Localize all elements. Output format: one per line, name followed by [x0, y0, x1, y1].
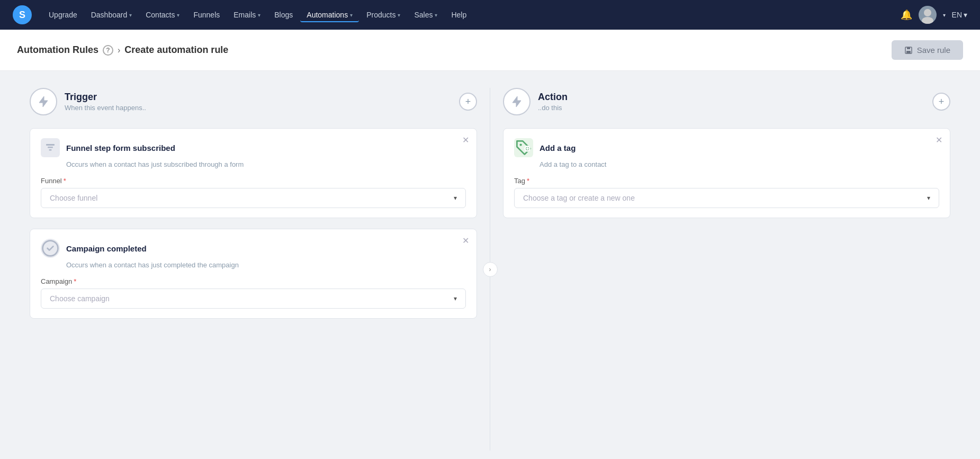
campaign-card-close-button[interactable]: ✕: [462, 236, 469, 246]
tag-icon: [514, 138, 533, 157]
main-content: Trigger When this event happens.. + ✕ Fu…: [0, 71, 980, 459]
action-lightning-icon: [510, 95, 523, 108]
lightning-icon: [37, 95, 50, 108]
action-subtitle: ..do this: [538, 104, 568, 112]
nav-item-funnels[interactable]: Funnels: [187, 7, 226, 22]
save-rule-button[interactable]: Save rule: [892, 40, 963, 60]
chevron-icon: ▾: [350, 12, 353, 18]
user-dropdown-icon[interactable]: ▾: [943, 12, 946, 18]
tag-field-group: Tag* Choose a tag or create a new one ▾: [514, 177, 939, 208]
help-icon[interactable]: ?: [103, 45, 113, 56]
choose-tag-placeholder: Choose a tag or create a new one: [523, 194, 635, 202]
campaign-field-group: Campaign* Choose campaign ▾: [41, 277, 466, 309]
nav-item-automations[interactable]: Automations ▾: [300, 7, 359, 22]
required-indicator: *: [527, 177, 529, 185]
svg-rect-8: [49, 149, 52, 151]
campaign-field-label: Campaign*: [41, 277, 466, 285]
funnel-card-title: Funnel step form subscribed: [66, 143, 175, 152]
action-title-group: Action ..do this: [503, 88, 568, 115]
page-header: Automation Rules ? › Create automation r…: [0, 30, 980, 71]
chevron-down-icon: ▾: [454, 194, 457, 202]
funnel-icon: [45, 142, 56, 153]
funnel-field-label: Funnel*: [41, 177, 466, 185]
svg-rect-6: [46, 144, 55, 146]
tag-field-label: Tag*: [514, 177, 939, 185]
nav-item-emails[interactable]: Emails ▾: [227, 7, 267, 22]
svg-rect-3: [907, 47, 910, 49]
add-tag-card-desc: Add a tag to a contact: [540, 160, 939, 168]
action-title: Action: [538, 92, 568, 103]
campaign-card-icon: [41, 239, 60, 258]
trigger-panel: Trigger When this event happens.. + ✕ Fu…: [17, 88, 490, 451]
nav-links: Upgrade Dashboard ▾ Contacts ▾ Funnels E…: [42, 7, 898, 22]
choose-campaign-placeholder: Choose campaign: [50, 294, 110, 303]
breadcrumb: Automation Rules ? › Create automation r…: [17, 44, 228, 56]
avatar[interactable]: [919, 6, 937, 24]
campaign-card-title: Campaign completed: [66, 244, 147, 253]
bell-icon[interactable]: 🔔: [901, 9, 912, 21]
action-icon: [503, 88, 531, 115]
action-panel: Action ..do this + ✕ Add a: [490, 88, 963, 451]
nav-item-upgrade[interactable]: Upgrade: [42, 7, 84, 22]
add-tag-card-close-button[interactable]: ✕: [936, 135, 942, 145]
nav-item-sales[interactable]: Sales ▾: [408, 7, 444, 22]
nav-item-help[interactable]: Help: [445, 7, 473, 22]
svg-marker-5: [39, 96, 48, 107]
chevron-icon: ▾: [258, 12, 260, 18]
funnel-card-header: Funnel step form subscribed: [41, 138, 466, 157]
nav-item-blogs[interactable]: Blogs: [268, 7, 299, 22]
breadcrumb-link[interactable]: Automation Rules: [17, 44, 98, 56]
chevron-down-icon: ▾: [927, 194, 930, 202]
breadcrumb-separator: ›: [118, 46, 120, 55]
funnel-field-group: Funnel* Choose funnel ▾: [41, 177, 466, 208]
trigger-title-group: Trigger When this event happens..: [30, 88, 146, 115]
funnel-card-icon: [41, 138, 60, 157]
chevron-icon: ▾: [435, 12, 437, 18]
trigger-subtitle: When this event happens..: [65, 104, 146, 112]
choose-funnel-placeholder: Choose funnel: [50, 194, 97, 202]
trigger-section-header: Trigger When this event happens.. +: [30, 88, 477, 115]
required-indicator: *: [74, 277, 76, 285]
navbar: S Upgrade Dashboard ▾ Contacts ▾ Funnels…: [0, 0, 980, 30]
campaign-icon: [41, 239, 60, 258]
required-indicator: *: [64, 177, 66, 185]
choose-funnel-select[interactable]: Choose funnel ▾: [41, 188, 466, 208]
svg-rect-4: [906, 51, 911, 53]
chevron-icon: ▾: [398, 12, 400, 18]
campaign-card-header: Campaign completed: [41, 239, 466, 258]
add-trigger-button[interactable]: +: [459, 93, 477, 111]
choose-tag-select[interactable]: Choose a tag or create a new one ▾: [514, 188, 939, 208]
funnel-card-desc: Occurs when a contact has just subscribe…: [66, 160, 466, 168]
chevron-icon: ▾: [129, 12, 132, 18]
choose-campaign-select[interactable]: Choose campaign ▾: [41, 289, 466, 309]
chevron-down-icon: ▾: [454, 295, 457, 302]
add-tag-card-icon: [514, 138, 533, 157]
breadcrumb-current: Create automation rule: [124, 44, 228, 56]
chevron-icon: ▾: [177, 12, 179, 18]
svg-point-0: [924, 9, 931, 16]
svg-point-11: [519, 143, 522, 146]
nav-item-dashboard[interactable]: Dashboard ▾: [85, 7, 139, 22]
language-selector[interactable]: EN ▾: [952, 11, 967, 19]
svg-marker-10: [513, 96, 521, 107]
add-action-button[interactable]: +: [932, 93, 950, 111]
trigger-title: Trigger: [65, 92, 146, 103]
svg-rect-7: [48, 147, 53, 148]
lang-chevron-icon: ▾: [964, 11, 967, 19]
nav-right: 🔔 ▾ EN ▾: [901, 6, 967, 24]
trigger-icon: [30, 88, 57, 115]
save-icon: [904, 46, 913, 55]
action-section-header: Action ..do this +: [503, 88, 950, 115]
panel-divider: ›: [490, 88, 490, 451]
trigger-title-text: Trigger When this event happens..: [65, 92, 146, 112]
svg-point-1: [922, 17, 933, 24]
add-tag-card: ✕ Add a tag Add a tag to a contact Tag*: [503, 128, 950, 218]
nav-item-contacts[interactable]: Contacts ▾: [139, 7, 186, 22]
funnel-card: ✕ Funnel step form subscribed Occurs whe…: [30, 128, 477, 218]
funnel-card-close-button[interactable]: ✕: [462, 135, 469, 145]
nav-logo[interactable]: S: [13, 5, 32, 24]
add-tag-card-title: Add a tag: [540, 143, 576, 152]
divider-arrow: ›: [483, 262, 498, 277]
campaign-card-desc: Occurs when a contact has just completed…: [66, 261, 466, 269]
nav-item-products[interactable]: Products ▾: [360, 7, 407, 22]
